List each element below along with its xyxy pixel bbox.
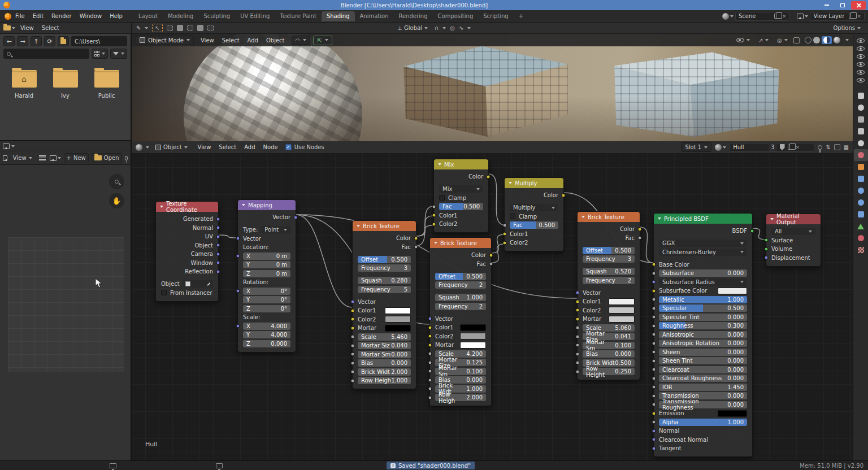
slider-frequency[interactable]: Frequency5 [358, 286, 411, 293]
tab-texture-paint[interactable]: Texture Paint [275, 11, 322, 21]
checkbox-clamp[interactable] [510, 214, 515, 219]
socket-yellow[interactable] [652, 289, 656, 293]
node-header-multiply[interactable]: Multiply [505, 178, 563, 188]
socket-purple[interactable] [652, 429, 656, 433]
se-menu-node[interactable]: Node [259, 143, 282, 151]
properties-tab-physics[interactable] [854, 197, 868, 208]
image-editor-icon[interactable] [3, 143, 10, 149]
shading-solid-icon[interactable] [813, 37, 820, 43]
socket-yellow[interactable] [428, 343, 432, 347]
eyedropper-icon[interactable] [207, 282, 210, 285]
socket-gray[interactable] [652, 376, 656, 380]
collapse-triangle-icon[interactable] [658, 217, 661, 220]
outliner-eye-icon[interactable] [857, 54, 865, 59]
socket-gray[interactable] [576, 369, 580, 373]
socket-gray[interactable] [414, 245, 418, 249]
color-swatch-emission[interactable] [718, 410, 747, 417]
slider-offset[interactable]: Offset0.500 [435, 273, 486, 280]
fb-menu-view[interactable]: View [16, 24, 38, 32]
socket-yellow[interactable] [414, 236, 418, 240]
material-name-field[interactable]: Hull 3 ✕ [730, 143, 814, 152]
slider-row-heigh[interactable]: Row Heigh1.000 [358, 377, 411, 384]
node-header-texture-coordinate[interactable]: Texture Coordinate [156, 202, 218, 212]
refresh-button[interactable]: ⟳ [44, 36, 55, 46]
socket-gray[interactable] [576, 352, 580, 356]
pin-icon[interactable] [818, 145, 822, 150]
socket-yellow[interactable] [652, 263, 656, 267]
properties-tab-render[interactable] [854, 102, 868, 114]
slider-sheen-tint[interactable]: Sheen Tint0.000 [659, 357, 747, 364]
minimize-button[interactable] [819, 1, 834, 10]
new-folder-button[interactable] [58, 36, 69, 46]
dropdown-mix[interactable]: Mix [439, 185, 483, 193]
folder-public[interactable]: Public [93, 70, 120, 99]
annotate-tool-icon[interactable]: ✎ [136, 25, 141, 31]
dropdown-subsurface-radius[interactable]: Subsurface Radius [659, 278, 747, 286]
dropdown-all[interactable]: All [771, 228, 815, 235]
color-swatch-color2[interactable] [385, 316, 411, 323]
socket-yellow[interactable] [428, 325, 432, 329]
socket-gray[interactable] [351, 343, 355, 347]
socket-gray[interactable] [503, 223, 507, 227]
node-brick-texture-2[interactable]: Brick TextureColorFacOffset0.500Frequenc… [429, 237, 492, 406]
socket-yellow[interactable] [503, 241, 507, 245]
tab-compositing[interactable]: Compositing [433, 11, 479, 21]
menu-window[interactable]: Window [76, 12, 106, 20]
view-layer-icon[interactable] [795, 14, 810, 19]
socket-purple[interactable] [236, 237, 240, 241]
vector-z[interactable]: Z0° [243, 305, 290, 312]
socket-yellow[interactable] [652, 411, 656, 415]
slider-metallic[interactable]: Metallic1.000 [659, 296, 747, 303]
dropdown-christensen-burley[interactable]: Christensen-Burley [659, 249, 747, 256]
socket-purple[interactable] [216, 252, 220, 256]
tab-animation[interactable]: Animation [355, 11, 394, 21]
collapse-triangle-icon[interactable] [509, 182, 512, 184]
collapse-triangle-icon[interactable] [160, 206, 163, 208]
shading-rendered-icon[interactable] [834, 37, 840, 43]
unlink-icon[interactable]: ✕ [782, 14, 787, 19]
socket-yellow[interactable] [487, 175, 491, 179]
socket-purple[interactable] [652, 438, 656, 442]
collapse-triangle-icon[interactable] [242, 204, 245, 206]
dropdown-point[interactable]: Point [261, 226, 290, 233]
socket-gray[interactable] [428, 395, 432, 399]
node-header-mix[interactable]: Mix [434, 159, 488, 169]
socket-yellow[interactable] [432, 222, 436, 226]
collapse-triangle-icon[interactable] [357, 225, 360, 227]
socket-gray[interactable] [576, 361, 580, 365]
copy-material-icon[interactable] [788, 145, 793, 150]
zoom-in-button[interactable] [109, 174, 124, 189]
node-brick-texture-1[interactable]: Brick TextureColorFacOffset0.500Frequenc… [352, 220, 416, 389]
dropdown-multiply[interactable]: Multiply [510, 204, 558, 211]
color-swatch-color2[interactable] [609, 307, 635, 314]
socket-gray[interactable] [432, 204, 436, 208]
display-mode-button[interactable] [92, 49, 108, 59]
socket-gray[interactable] [638, 236, 642, 240]
slider-specular[interactable]: Specular0.500 [659, 304, 747, 312]
slider-anisotropic-rotation[interactable]: Anisotropic Rotation0.000 [659, 340, 747, 347]
slider-frequency[interactable]: Frequency3 [358, 264, 411, 272]
blender-menu-icon[interactable] [5, 13, 11, 20]
menu-hamburger-icon[interactable] [38, 154, 47, 162]
socket-green[interactable] [750, 229, 754, 233]
select-mode-extend-icon[interactable] [177, 25, 183, 31]
folder-harald[interactable]: ⌂Harald [10, 70, 38, 99]
slider-row-height[interactable]: Row Height0.250 [583, 368, 635, 375]
xray-toggle-icon[interactable] [793, 37, 800, 43]
slider-fac[interactable]: Fac0.500 [439, 203, 483, 210]
slider-bias[interactable]: Bias0.000 [358, 359, 411, 367]
properties-tab-object[interactable] [854, 161, 868, 173]
socket-gray[interactable] [652, 420, 656, 424]
tab-shading[interactable]: Shading [322, 11, 355, 21]
slider-offset[interactable]: Offset0.500 [583, 247, 635, 254]
properties-tab-constraints[interactable] [854, 208, 868, 220]
vp-menu-object[interactable]: Object [262, 36, 289, 45]
socket-gray[interactable] [428, 360, 432, 364]
socket-purple[interactable] [652, 446, 656, 450]
transform-orientation-dropdown[interactable]: ⟂ Global [395, 24, 431, 32]
tab-modeling[interactable]: Modeling [163, 11, 199, 21]
snap-magnet-icon[interactable]: ∩ [435, 25, 439, 31]
node-header-principled-bsdf[interactable]: Principled BSDF [654, 214, 752, 224]
outliner-eye-icon[interactable] [857, 70, 865, 75]
socket-yellow[interactable] [562, 193, 566, 197]
